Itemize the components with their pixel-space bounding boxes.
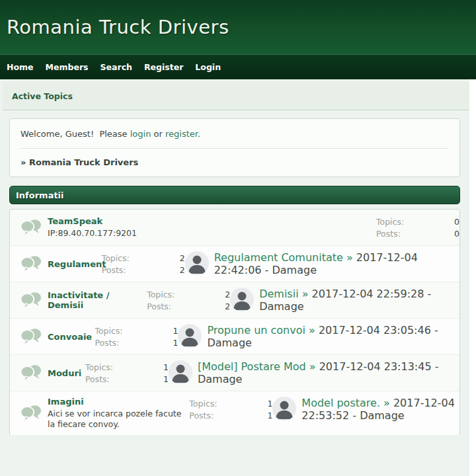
last-post-link[interactable]: Model postare. » (301, 397, 390, 409)
last-post-link[interactable]: Propune un convoi » (207, 324, 315, 337)
posts-label: Posts: (189, 410, 214, 422)
category-header[interactable]: Informatii (9, 186, 460, 204)
posts-count: 1 (173, 337, 178, 349)
breadcrumb: » Romania Truck Drivers (20, 157, 449, 167)
user-silhouette-icon (230, 288, 254, 311)
posts-count: 2 (180, 264, 185, 276)
forum-icon-cell (10, 324, 48, 349)
last-post-author: Damage (198, 373, 243, 385)
posts-label: Posts: (376, 228, 401, 240)
topics-label: Topics: (147, 289, 175, 301)
nav-item-register[interactable]: Register (138, 62, 189, 72)
posts-label: Posts: (102, 264, 126, 276)
avatar[interactable] (230, 288, 254, 311)
topics-label: Topics: (95, 325, 122, 337)
welcome-or: or (154, 129, 163, 139)
speech-bubbles-icon (20, 291, 42, 310)
main-nav: Home Members Search Register Login (0, 54, 476, 79)
forum-info-cell: Moduri (48, 360, 85, 385)
nav-item-home[interactable]: Home (0, 62, 40, 72)
last-post-author: Damage (207, 337, 252, 349)
forum-info-cell: Inactivitate / Demisii (48, 288, 147, 313)
topics-count: 2 (180, 253, 185, 264)
topics-label: Topics: (102, 253, 130, 264)
forum-icon-cell (10, 397, 48, 430)
speech-bubbles-icon (20, 255, 42, 274)
posts-label: Posts: (85, 374, 110, 385)
user-silhouette-icon (178, 324, 202, 348)
forum-list: TeamSpeak IP:89.40.70.177:9201 Topics:0 … (9, 209, 460, 435)
posts-count: 1 (163, 374, 169, 385)
register-link[interactable]: register (165, 129, 198, 139)
welcome-please: Please (99, 129, 127, 139)
welcome-greeting: Welcome, Guest! (20, 129, 94, 139)
forum-description: Aici se vor incarca pozele facute la fie… (48, 409, 182, 430)
avatar[interactable] (169, 360, 192, 384)
last-post-link[interactable]: Demisii » (259, 288, 308, 300)
subnav-bar: Active Topics (3, 81, 469, 110)
last-post-author: Damage (272, 264, 317, 276)
page-title: Romania Truck Drivers (0, 16, 229, 38)
user-silhouette-icon (185, 251, 209, 275)
forum-row: Moduri Topics:1 Posts:1 [Model] Postare … (10, 354, 459, 391)
avatar[interactable] (185, 251, 209, 275)
speech-bubbles-icon (20, 404, 42, 423)
avatar[interactable] (272, 397, 296, 420)
avatar[interactable] (178, 324, 202, 348)
last-post-link[interactable]: Regulament Comunitate » (214, 251, 353, 264)
breadcrumb-marker: » (20, 157, 26, 167)
posts-count: 2 (225, 301, 230, 313)
topics-count: 1 (163, 362, 169, 374)
topics-count: 0 (454, 216, 459, 228)
welcome-box: Welcome, Guest! Please login or register… (9, 118, 460, 177)
forum-row: TeamSpeak IP:89.40.70.177:9201 Topics:0 … (10, 210, 459, 245)
welcome-period: . (198, 129, 200, 139)
forum-info-cell: Regulament (48, 251, 102, 276)
forum-link[interactable]: TeamSpeak (48, 216, 370, 226)
topics-count: 1 (173, 325, 178, 337)
forum-link[interactable]: Convoaie (48, 332, 88, 342)
forum-row: Inactivitate / Demisii Topics:2 Posts:2 … (10, 282, 459, 318)
forum-info-cell: Convoaie (48, 324, 95, 349)
forum-stats-cell: Topics:2 Posts:2 (147, 288, 230, 313)
topics-label: Topics: (85, 362, 113, 374)
last-post-cell: Model postare. » 2017-12-04 22:53:52 - D… (272, 397, 459, 430)
last-post-cell: Regulament Comunitate » 2017-12-04 22:42… (185, 251, 459, 276)
posts-label: Posts: (147, 301, 171, 313)
posts-count: 1 (267, 410, 272, 422)
last-post-date: 2017-12-04 22:59:28 - (312, 288, 432, 300)
forum-info-cell: Imagini Aici se vor incarca pozele facut… (48, 397, 189, 430)
last-post-cell: Propune un convoi » 2017-12-04 23:05:46 … (178, 324, 459, 349)
forum-icon-cell (10, 360, 48, 385)
forum-icon-cell (10, 251, 48, 276)
nav-item-search[interactable]: Search (95, 62, 138, 72)
forum-description: IP:89.40.70.177:9201 (48, 228, 370, 239)
content-area: Active Topics Welcome, Guest! Please log… (0, 79, 469, 476)
last-post-cell: [Model] Postare Mod » 2017-12-04 23:13:4… (169, 360, 459, 385)
divider (20, 148, 449, 149)
forum-stats-cell: Topics:2 Posts:2 (102, 251, 185, 276)
speech-bubbles-icon (20, 218, 42, 237)
forum-link[interactable]: Regulament (48, 259, 95, 269)
forum-stats-cell: Topics:1 Posts:1 (189, 397, 272, 430)
forum-stats-cell: Topics:1 Posts:1 (95, 324, 178, 349)
forum-stats-cell: Topics:0 Posts:0 (376, 215, 459, 240)
welcome-message: Welcome, Guest! Please login or register… (20, 129, 449, 139)
forum-info-cell: TeamSpeak IP:89.40.70.177:9201 (48, 215, 376, 240)
forum-link[interactable]: Moduri (48, 368, 79, 378)
last-post-link[interactable]: [Model] Postare Mod » (198, 360, 316, 373)
login-link[interactable]: login (130, 129, 151, 139)
nav-item-members[interactable]: Members (40, 62, 95, 72)
speech-bubbles-icon (20, 327, 42, 346)
topics-count: 2 (225, 289, 230, 301)
breadcrumb-root-link[interactable]: Romania Truck Drivers (29, 157, 138, 167)
forum-icon-cell (10, 288, 48, 313)
site-header: Romania Truck Drivers (0, 0, 476, 54)
user-silhouette-icon (272, 397, 296, 420)
forum-link[interactable]: Imagini (48, 397, 182, 407)
nav-item-login[interactable]: Login (189, 62, 227, 72)
speech-bubbles-icon (20, 364, 42, 383)
active-topics-link[interactable]: Active Topics (12, 91, 73, 101)
forum-link[interactable]: Inactivitate / Demisii (48, 290, 140, 310)
forum-row: Convoaie Topics:1 Posts:1 Propune un con… (10, 318, 459, 354)
